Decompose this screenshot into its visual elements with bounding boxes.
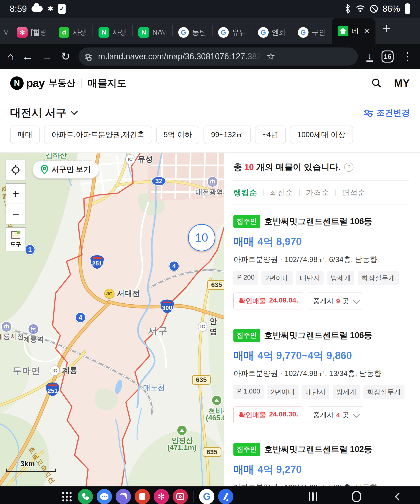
station-icon-gyeryong: [28, 324, 39, 335]
google-app-icon[interactable]: G: [199, 489, 214, 504]
sort-area[interactable]: 면적순: [342, 187, 365, 198]
agent-count-dropdown[interactable]: 중개사 9 곳: [308, 293, 363, 309]
chip-property-type[interactable]: 아파트,아파트분양권,재건축: [44, 126, 152, 144]
listing-item[interactable]: 집주인 호반써밋그랜드센트럴 102동 매매 4억 9,270 아파트분양권 ·…: [233, 433, 409, 486]
camera-app-icon[interactable]: [173, 489, 188, 504]
filter-chips: 매매 아파트,아파트분양권,재건축 5억 이하 99~132㎡ ~4년 1000…: [0, 121, 420, 152]
owner-badge: 집주인: [233, 215, 260, 228]
red-app-icon[interactable]: [135, 489, 150, 504]
reload-button[interactable]: ↻: [61, 51, 70, 62]
chip-price[interactable]: 5억 이하: [156, 126, 200, 144]
ic-gyeryong: IC계룡: [50, 365, 77, 376]
listing-title[interactable]: 호반써밋그랜드센트럴 106동: [264, 216, 372, 227]
home-button[interactable]: ⌂: [7, 51, 14, 62]
naver-logo[interactable]: N: [10, 76, 24, 90]
tab-privacy-daum[interactable]: d사생: [53, 21, 92, 44]
chip-trade-type[interactable]: 매매: [10, 126, 40, 144]
tag: 방세개: [333, 385, 360, 399]
chip-area[interactable]: 99~132㎡: [203, 126, 251, 144]
flower-app-icon[interactable]: ✻: [154, 489, 169, 504]
section-label[interactable]: 부동산: [49, 77, 75, 89]
region-selector[interactable]: 대전시 서구: [10, 106, 78, 120]
recents-button[interactable]: [309, 492, 317, 501]
blocked-icon: [370, 5, 378, 13]
browser-toolbar: ⌂ ← → ↻ m.land.naver.com/map/36.3081076:…: [0, 44, 420, 69]
tab-naver-land-active[interactable]: 네 ×: [332, 18, 376, 44]
tab-cutoff[interactable]: V: [1, 21, 11, 44]
back-nav-button[interactable]: [396, 494, 402, 499]
confirm-date: 24.09.04.: [269, 296, 298, 306]
tab-jobs[interactable]: G구인: [292, 21, 332, 44]
forward-button[interactable]: →: [42, 51, 53, 62]
mountain-height-cheonbisan: (465.6m: [206, 414, 224, 422]
sort-newest[interactable]: 최신순: [270, 187, 293, 198]
chevron-down-icon: [353, 297, 359, 304]
tab-count-button[interactable]: 16: [382, 50, 394, 63]
result-summary: 총 10 개의 매물이 있습니다. ?: [233, 153, 409, 181]
ipadmarket-favicon: ✻: [17, 27, 28, 38]
price: 4억 8,970: [257, 235, 302, 249]
tab-dongtan[interactable]: G동탄: [173, 21, 212, 44]
chip-households[interactable]: 1000세대 이상: [290, 126, 353, 144]
search-icon[interactable]: [371, 78, 382, 89]
owner-badge: 집주인: [233, 329, 260, 342]
download-button[interactable]: ↓: [366, 52, 373, 62]
all-apps-icon[interactable]: [62, 492, 72, 501]
naver-favicon: N: [98, 27, 109, 38]
notification-molecule-icon: ✱: [47, 4, 54, 13]
messages-app-icon[interactable]: [97, 489, 112, 504]
listing-cluster-marker[interactable]: 10: [188, 224, 215, 251]
listing-title[interactable]: 호반써밋그랜드센트럴 106동: [264, 330, 372, 341]
my-location-button[interactable]: [6, 160, 26, 180]
bluetooth-icon: [344, 4, 351, 13]
listing-title[interactable]: 호반써밋그랜드센트럴 102동: [264, 444, 372, 455]
listing-item[interactable]: 집주인 호반써밋그랜드센트럴 106동 매매 4억 9,770~4억 9,860…: [233, 319, 409, 433]
tools-label: 도구: [10, 241, 21, 248]
tab-yen[interactable]: G엔화: [252, 21, 292, 44]
help-icon[interactable]: ?: [344, 162, 353, 172]
jc-seodaejeon: JC서대전: [104, 288, 140, 299]
home-nav-button[interactable]: [352, 491, 361, 502]
listing-item[interactable]: 집주인 호반써밋그랜드센트럴 106동 매매 4억 8,970 아파트분양권 ·…: [233, 205, 409, 319]
new-tab-button[interactable]: +: [383, 20, 390, 36]
my-menu[interactable]: MY: [394, 77, 410, 89]
chip-age[interactable]: ~4년: [255, 126, 286, 144]
sliders-icon: [364, 111, 373, 115]
city-hall-icon-daejeon: [207, 176, 218, 187]
menu-kebab-icon[interactable]: ⋮: [402, 51, 413, 62]
trade-type: 매매: [233, 235, 254, 249]
url-bar[interactable]: m.land.naver.com/map/36.3081076:127.382 …: [79, 48, 358, 66]
sort-price[interactable]: 가격순: [306, 187, 329, 198]
confirm-date: 24.08.30.: [269, 410, 298, 420]
site-settings-icon[interactable]: [85, 55, 93, 59]
view-district-only-button[interactable]: 서구만 보기: [32, 161, 99, 179]
condition-change-label: 조건변경: [377, 107, 410, 119]
tab-naver[interactable]: NNAV: [133, 21, 172, 44]
tab-privacy-naver[interactable]: N사생: [93, 21, 132, 44]
zoom-out-button[interactable]: −: [6, 204, 26, 224]
close-tab-icon[interactable]: ×: [364, 25, 370, 36]
phone-app-icon[interactable]: [78, 489, 93, 504]
agent-count-dropdown[interactable]: 중개사 4 곳: [308, 407, 363, 423]
blue-app-icon[interactable]: [218, 489, 233, 504]
samsung-internet-app-icon[interactable]: [116, 489, 131, 504]
condition-change-button[interactable]: 조건변경: [364, 107, 410, 119]
summary-prefix: 총: [233, 162, 242, 173]
tab-youtube[interactable]: G유튜: [213, 21, 252, 44]
view-district-only-label: 서구만 보기: [52, 164, 91, 175]
tab-healing[interactable]: ✻[힐링: [11, 21, 53, 44]
map-tools-button[interactable]: 도구: [6, 227, 26, 251]
region-row: 대전시 서구 조건변경: [0, 97, 420, 121]
sort-ranking[interactable]: 랭킹순: [233, 187, 257, 198]
naver-pay-header: N pay 부동산 매물지도 MY: [0, 69, 420, 97]
chevron-down-icon: [70, 110, 78, 115]
zoom-in-button[interactable]: +: [6, 183, 26, 204]
back-button[interactable]: ←: [22, 51, 33, 62]
trade-type: 매매: [233, 463, 254, 476]
route-badge-1: 1: [24, 244, 35, 255]
bookmark-star-icon[interactable]: ☆: [267, 52, 275, 61]
map-canvas[interactable]: 갑하산 (468.7m) IC유성 대전광역시 호남고속지선 32 1 251 …: [0, 153, 224, 486]
daum-favicon: d: [59, 27, 69, 38]
wifi-icon: [356, 5, 365, 13]
pay-logo[interactable]: pay: [26, 76, 44, 90]
